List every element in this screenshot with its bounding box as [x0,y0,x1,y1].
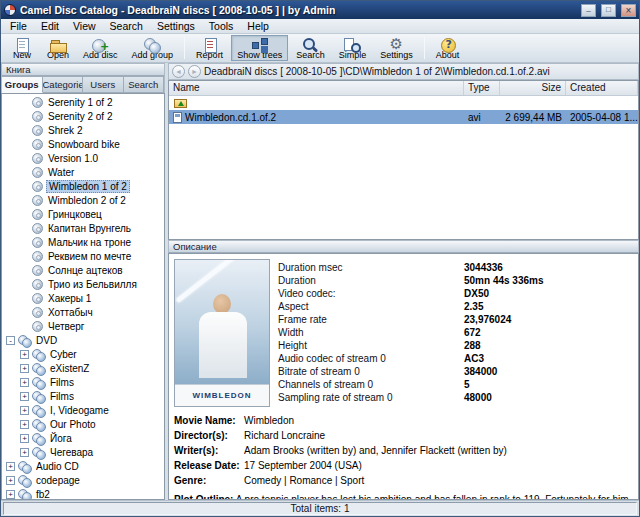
expand-icon[interactable]: + [20,448,29,457]
toolbar-about-button[interactable]: About [430,35,466,61]
tree-item[interactable]: +Our Photo [2,417,164,431]
tree-item[interactable]: Четверг [2,319,164,333]
tech-detail-value: 672 [464,327,481,338]
tree-item[interactable]: +codepage [2,473,164,487]
disc-group-icon [32,419,46,430]
file-row[interactable]: Wimbledon.cd.1.of.2avi2 699,44 MB2005-04… [169,110,638,124]
toolbar-report-button[interactable]: Report [190,35,229,61]
toolbar-new-button[interactable]: New [5,35,39,61]
tree-item-label: Shrek 2 [46,125,84,136]
minimize-button[interactable] [581,4,596,17]
tree-item-label: Serenity 2 of 2 [46,111,114,122]
expand-icon[interactable]: + [20,392,29,401]
tree-item[interactable]: Version 1.0 [2,151,164,165]
tree-item[interactable]: Snowboard bike [2,137,164,151]
maximize-button[interactable] [601,4,616,17]
toolbar-search-button[interactable]: Search [290,35,331,61]
forward-button[interactable] [188,65,201,78]
disc-icon [32,321,43,332]
tree-item[interactable]: +Films [2,389,164,403]
menu-tools[interactable]: Tools [202,19,241,34]
tree-item[interactable]: Serenity 2 of 2 [2,109,164,123]
tab-search[interactable]: Search [124,76,165,93]
expand-icon[interactable]: + [6,490,15,499]
tree-item[interactable]: +eXistenZ [2,361,164,375]
expand-icon[interactable]: + [20,434,29,443]
disc-group-icon [32,363,46,374]
expand-icon[interactable]: + [20,420,29,429]
toolbar-simple-button[interactable]: Simple [333,35,373,61]
movie-poster: WIMBLEDON [174,259,270,407]
column-header-created[interactable]: Created [566,81,638,95]
close-button[interactable] [621,4,636,17]
tree-item[interactable]: +Йога [2,431,164,445]
tech-detail-value: AC3 [464,353,484,364]
tree-item[interactable]: Water [2,165,164,179]
menu-help[interactable]: Help [240,19,276,34]
tree-item[interactable]: +Films [2,375,164,389]
tree-item[interactable]: -DVD [2,333,164,347]
expand-icon[interactable]: + [6,476,15,485]
menu-search[interactable]: Search [103,19,150,34]
movie-field-row: Genre:Comedy | Romance | Sport [174,475,633,489]
tree-item[interactable]: Гринцковец [2,207,164,221]
group-tree[interactable]: Serenity 1 of 2Serenity 2 of 2Shrek 2Sno… [1,93,165,500]
title-bar[interactable]: Camel Disc Catalog - DeadbraiN discs [ 2… [1,1,639,19]
parent-directory-row[interactable] [169,96,638,110]
tree-item[interactable]: +Audio CD [2,459,164,473]
tech-detail-value: 2.35 [464,301,483,312]
tree-item[interactable]: Хакеры 1 [2,291,164,305]
menu-file[interactable]: File [3,19,34,34]
tree-item[interactable]: Солнце ацтеков [2,263,164,277]
toolbar-add-group-button[interactable]: Add group [126,35,180,61]
column-header-size[interactable]: Size [500,81,566,95]
menu-view[interactable]: View [66,19,103,34]
menu-bar: FileEditViewSearchSettingsToolsHelp [1,19,639,34]
search-icon [301,37,319,50]
tab-categories[interactable]: Categories [43,76,84,93]
disc-group-icon [32,377,46,388]
column-header-type[interactable]: Type [464,81,500,95]
content-area: DeadbraiN discs [ 2008-10-05 ]\CD\Wimble… [168,63,639,500]
tree-item[interactable]: +I, Videogame [2,403,164,417]
movie-fields: Movie Name:WimbledonDirector(s):Richard … [174,415,633,489]
toolbar-add-disc-button[interactable]: Add disc [77,35,124,61]
tree-item-label: I, Videogame [48,405,111,416]
back-button[interactable] [172,65,185,78]
file-created-cell: 2005-04-08 1... [566,112,638,123]
tech-detail-value: 3044336 [464,262,503,273]
disc-group-icon [32,405,46,416]
tab-groups[interactable]: Groups [2,76,43,93]
tree-item[interactable]: Wimbledon 2 of 2 [2,193,164,207]
expand-icon[interactable]: + [20,406,29,415]
application-icon [4,4,16,16]
menu-settings[interactable]: Settings [150,19,202,34]
expand-icon[interactable]: + [20,350,29,359]
toolbar-open-button[interactable]: Open [41,35,75,61]
tree-item[interactable]: Serenity 1 of 2 [2,95,164,109]
menu-edit[interactable]: Edit [34,19,66,34]
expand-icon[interactable]: + [20,378,29,387]
breadcrumb: DeadbraiN discs [ 2008-10-05 ]\CD\Wimble… [204,66,550,77]
tree-item[interactable]: Мальчик на троне [2,235,164,249]
tech-detail-row: Video codec:DX50 [278,287,633,300]
tree-item[interactable]: Wimbledon 1 of 2 [2,179,164,193]
open-folder-icon [49,37,67,50]
expand-icon[interactable]: + [6,462,15,471]
tree-item[interactable]: Капитан Врунгель [2,221,164,235]
tree-item[interactable]: +Cyber [2,347,164,361]
tree-item[interactable]: +fb2 [2,487,164,500]
tab-users[interactable]: Users [83,76,124,93]
tree-item[interactable]: Трио из Бельвилля [2,277,164,291]
tree-item[interactable]: Shrek 2 [2,123,164,137]
column-header-name[interactable]: Name [169,81,464,95]
tech-detail-row: Bitrate of stream 0384000 [278,365,633,378]
tree-item[interactable]: Реквием по мечте [2,249,164,263]
tree-item[interactable]: +Чегевара [2,445,164,459]
toolbar-settings-button[interactable]: Settings [374,35,419,61]
toolbar-show-trees-button[interactable]: Show trees [231,35,288,61]
expand-icon[interactable]: + [20,364,29,373]
tree-item[interactable]: Хоттабыч [2,305,164,319]
file-list-panel: NameTypeSizeCreated Wimbledon.cd.1.of.2a… [168,80,639,240]
collapse-icon[interactable]: - [6,336,15,345]
